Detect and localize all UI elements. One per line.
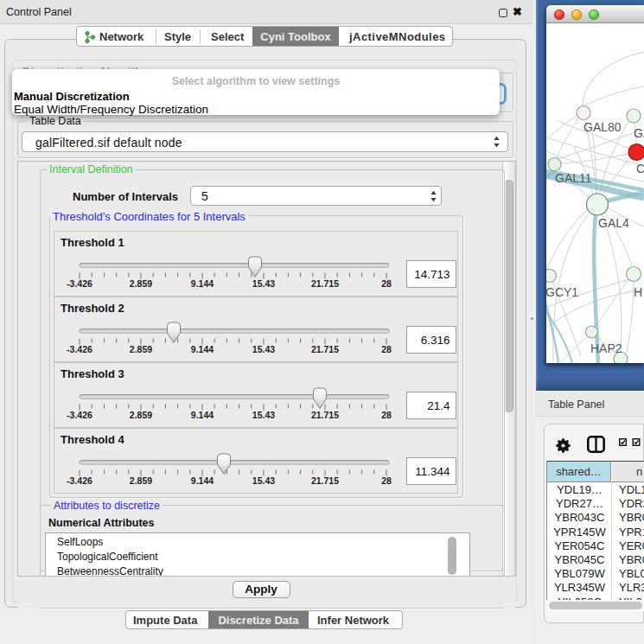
svg-text:HAP2: HAP2	[590, 341, 622, 355]
svg-text:15.43: 15.43	[252, 475, 275, 486]
svg-text:2.859: 2.859	[130, 344, 152, 354]
svg-text:28: 28	[381, 475, 392, 486]
svg-text:21.715: 21.715	[311, 278, 339, 289]
svg-text:-3.426: -3.426	[67, 410, 92, 420]
svg-text:21.715: 21.715	[311, 410, 339, 420]
svg-text:-3.426: -3.426	[67, 344, 92, 354]
svg-text:GA: GA	[634, 126, 644, 140]
svg-text:-3.426: -3.426	[67, 278, 92, 289]
svg-text:28: 28	[381, 278, 392, 289]
svg-text:H: H	[634, 285, 642, 299]
svg-text:2.859: 2.859	[130, 278, 152, 289]
svg-text:15.43: 15.43	[252, 278, 275, 289]
svg-text:28: 28	[381, 410, 392, 420]
svg-text:15.43: 15.43	[252, 344, 275, 354]
svg-text:2.859: 2.859	[130, 475, 152, 486]
svg-text:9.144: 9.144	[191, 410, 214, 420]
svg-text:GAL80: GAL80	[583, 120, 622, 134]
svg-text:21.715: 21.715	[311, 475, 339, 486]
svg-text:GCY1: GCY1	[546, 285, 578, 299]
svg-text:2.859: 2.859	[130, 410, 152, 420]
svg-text:15.43: 15.43	[252, 410, 275, 420]
svg-text:GAL11: GAL11	[555, 171, 592, 185]
svg-text:C: C	[636, 162, 644, 175]
svg-text:28: 28	[381, 344, 392, 354]
svg-text:GAL4: GAL4	[598, 216, 629, 230]
svg-text:9.144: 9.144	[191, 278, 214, 289]
svg-text:-3.426: -3.426	[67, 475, 92, 486]
svg-text:9.144: 9.144	[191, 344, 214, 354]
svg-text:9.144: 9.144	[191, 475, 214, 486]
svg-text:21.715: 21.715	[311, 344, 339, 354]
